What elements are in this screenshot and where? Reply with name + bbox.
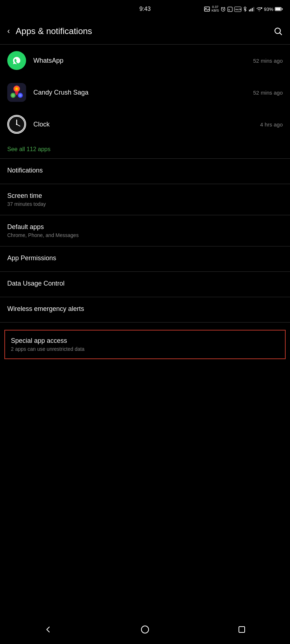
- app-permissions-title: App Permissions: [7, 254, 283, 262]
- candycrush-label: Candy Crush Saga: [33, 89, 253, 96]
- screen-time-title: Screen time: [7, 192, 283, 200]
- special-access-subtitle: 2 apps can use unrestricted data: [11, 346, 279, 352]
- whatsapp-time: 52 mins ago: [253, 58, 283, 64]
- menu-item-special-access[interactable]: Special app access 2 apps can use unrest…: [4, 330, 286, 359]
- svg-rect-7: [249, 10, 250, 12]
- menu-item-app-permissions[interactable]: App Permissions: [0, 246, 290, 271]
- wifi-icon: [256, 7, 262, 12]
- svg-rect-10: [253, 7, 254, 11]
- svg-rect-9: [252, 8, 253, 12]
- status-icons: 0.37KB/S N VoLTE: [204, 5, 283, 13]
- image-icon: [204, 7, 210, 12]
- volte-icon: VoLTE: [234, 7, 241, 12]
- nav-home-button[interactable]: [134, 619, 156, 640]
- svg-point-30: [141, 626, 149, 633]
- nav-recents-button[interactable]: [231, 619, 253, 640]
- nav-bar: [0, 619, 290, 644]
- clock-app-icon: [7, 115, 26, 134]
- notifications-title: Notifications: [7, 167, 283, 174]
- back-button[interactable]: ‹: [7, 26, 10, 36]
- svg-rect-14: [276, 8, 281, 10]
- signal-icon: [249, 7, 254, 12]
- page-title: Apps & notifications: [16, 26, 273, 36]
- default-apps-title: Default apps: [7, 223, 283, 231]
- nav-back-button[interactable]: [37, 619, 59, 640]
- battery-icon: [275, 7, 283, 12]
- menu-item-screen-time[interactable]: Screen time 37 minutes today: [0, 184, 290, 215]
- app-item-clock[interactable]: Clock 4 hrs ago: [0, 108, 290, 140]
- data-usage-title: Data Usage Control: [7, 280, 283, 287]
- svg-point-25: [19, 94, 22, 97]
- svg-text:VoLTE: VoLTE: [235, 8, 241, 11]
- nfc-icon: N: [227, 7, 233, 12]
- bluetooth-icon: [243, 6, 247, 12]
- spacer: [0, 366, 290, 439]
- screen-time-subtitle: 37 minutes today: [7, 201, 283, 207]
- search-icon[interactable]: [273, 26, 283, 36]
- app-item-candycrush[interactable]: Candy Crush Saga 52 mins ago: [0, 76, 290, 108]
- status-bar: 9:43 0.37KB/S N VoLTE: [0, 0, 290, 18]
- whatsapp-app-icon: [7, 51, 26, 70]
- app-item-whatsapp[interactable]: WhatsApp 52 mins ago: [0, 45, 290, 76]
- section-divider-7: [0, 322, 290, 323]
- whatsapp-label: WhatsApp: [33, 57, 253, 65]
- recent-apps-list: WhatsApp 52 mins ago Candy Crush Saga: [0, 45, 290, 140]
- svg-rect-0: [204, 7, 210, 11]
- svg-point-23: [12, 94, 14, 97]
- wireless-emergency-title: Wireless emergency alerts: [7, 305, 283, 313]
- candycrush-app-icon: [7, 83, 26, 102]
- candycrush-time: 52 mins ago: [253, 90, 283, 96]
- header: ‹ Apps & notifications: [0, 18, 290, 44]
- svg-rect-8: [250, 9, 251, 11]
- svg-line-16: [280, 33, 282, 35]
- menu-item-notifications[interactable]: Notifications: [0, 159, 290, 184]
- status-time: 9:43: [139, 6, 150, 12]
- menu-item-data-usage[interactable]: Data Usage Control: [0, 272, 290, 297]
- battery-percent: 93%: [264, 7, 273, 12]
- clock-label: Clock: [33, 121, 260, 128]
- clock-time: 4 hrs ago: [260, 121, 283, 128]
- alarm-icon: [220, 7, 226, 12]
- menu-item-wireless-emergency[interactable]: Wireless emergency alerts: [0, 297, 290, 322]
- special-access-title: Special app access: [11, 337, 279, 345]
- svg-point-21: [16, 88, 18, 90]
- svg-point-29: [16, 124, 17, 125]
- svg-rect-31: [239, 627, 245, 632]
- menu-item-default-apps[interactable]: Default apps Chrome, Phone, and Messages: [0, 215, 290, 246]
- network-speed: 0.37KB/S: [211, 5, 219, 13]
- see-all-apps-link[interactable]: See all 112 apps: [0, 140, 290, 158]
- svg-text:N: N: [228, 8, 230, 11]
- default-apps-subtitle: Chrome, Phone, and Messages: [7, 232, 283, 238]
